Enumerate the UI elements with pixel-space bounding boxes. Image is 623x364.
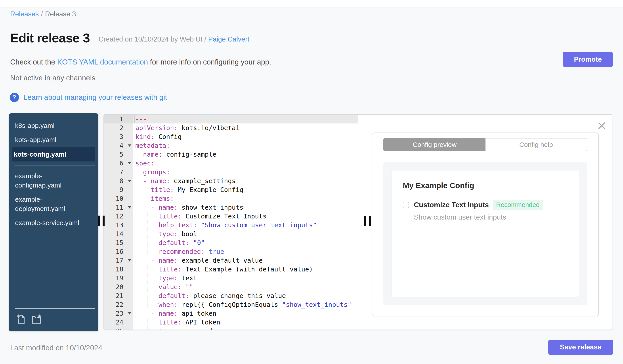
code-line-19[interactable]: 19 type: text (104, 274, 358, 283)
text-cursor (134, 115, 134, 123)
line-number: 9 (104, 185, 133, 194)
promote-button[interactable]: Promote (563, 52, 613, 67)
line-number-fold-toggle[interactable]: 11 (104, 203, 133, 212)
breadcrumb: Releases/Release 3 (10, 10, 76, 18)
line-number: 12 (104, 212, 133, 221)
code-line-21[interactable]: 21 default: please change this value (104, 291, 358, 300)
line-number: 19 (104, 274, 133, 283)
code-line-17[interactable]: 17 - name: example_default_value (104, 256, 358, 265)
git-releases-link[interactable]: Learn about managing your releases with … (23, 93, 167, 101)
code-line-12[interactable]: 12 title: Customize Text Inputs (104, 212, 358, 221)
editor-resize-handle[interactable] (364, 216, 371, 226)
code-line-text: items: (133, 194, 358, 203)
code-line-9[interactable]: 9 title: My Example Config (104, 185, 358, 194)
code-line-text: metadata: (133, 141, 358, 150)
code-line-text: --- (133, 115, 358, 123)
code-line-22[interactable]: 22 when: repl{{ ConfigOptionEquals "show… (104, 300, 358, 309)
code-line-14[interactable]: 14 type: bool (104, 229, 358, 238)
sidebar-file-k8s-app.yaml[interactable]: k8s-app.yaml (9, 119, 88, 133)
close-icon[interactable] (597, 121, 606, 130)
code-line-text: when: repl{{ ConfigOptionEquals "show_te… (133, 300, 358, 309)
code-line-8[interactable]: 8 - name: example_settings (104, 177, 358, 185)
line-number-fold-toggle[interactable]: 23 (104, 309, 133, 318)
code-line-text: value: "" (133, 283, 358, 291)
line-number: 10 (104, 194, 133, 203)
created-line: Created on 10/10/2024 by Web UI / Paige … (99, 33, 249, 43)
code-line-25[interactable]: 25 type: password (104, 327, 358, 329)
config-preview-card: Config preview Config help My Example Co… (372, 133, 599, 316)
save-release-button[interactable]: Save release (548, 340, 613, 355)
tab-config-help[interactable]: Config help (486, 139, 587, 151)
config-render-panel: My Example Config Customize Text Inputs … (383, 162, 587, 305)
doc-line: Check out the KOTS YAML documentation fo… (10, 58, 271, 66)
line-number: 5 (104, 150, 133, 159)
line-number: 16 (104, 247, 133, 256)
sidebar-file-kots-config.yaml[interactable]: kots-config.yaml (12, 147, 95, 162)
line-number: 15 (104, 238, 133, 247)
code-line-text: help_text: "Show custom user text inputs… (133, 221, 358, 229)
code-line-text: type: bool (133, 229, 358, 238)
line-number: 13 (104, 221, 133, 229)
config-group-card: My Example Config Customize Text Inputs … (392, 170, 579, 297)
config-preview-pane: Config preview Config help My Example Co… (372, 115, 612, 329)
tab-config-preview[interactable]: Config preview (383, 138, 486, 151)
breadcrumb-releases-link[interactable]: Releases (10, 10, 39, 18)
config-group-title: My Example Config (403, 181, 568, 190)
code-line-18[interactable]: 18 title: Text Example (with default val… (104, 265, 358, 274)
new-folder-icon[interactable] (31, 314, 41, 324)
code-line-text: title: Text Example (with default value) (133, 265, 358, 274)
code-line-7[interactable]: 7 groups: (104, 168, 358, 177)
code-line-1[interactable]: 1--- (104, 115, 358, 123)
sidebar-file-example-deployment.yaml[interactable]: example-deployment.yaml (9, 192, 88, 216)
line-number-fold-toggle[interactable]: 8 (104, 177, 133, 185)
line-number-fold-toggle[interactable]: 6 (104, 159, 133, 168)
line-number: 1 (104, 115, 133, 123)
code-line-text: default: "0" (133, 238, 358, 247)
code-line-text: title: API token (133, 318, 358, 327)
code-line-text: - name: example_settings (133, 177, 358, 185)
line-number: 21 (104, 291, 133, 300)
line-number-fold-toggle[interactable]: 17 (104, 256, 133, 265)
line-number: 18 (104, 265, 133, 274)
code-line-16[interactable]: 16 recommended: true (104, 247, 358, 256)
kots-yaml-doc-link[interactable]: KOTS YAML documentation (57, 58, 148, 66)
code-line-text: apiVersion: kots.io/v1beta1 (133, 123, 358, 132)
line-number-fold-toggle[interactable]: 4 (104, 141, 133, 150)
code-line-5[interactable]: 5 name: config-sample (104, 150, 358, 159)
line-number: 2 (104, 123, 133, 132)
page-title: Edit release 3 (10, 30, 90, 45)
file-list-secondary: example-configmap.yamlexample-deployment… (9, 169, 98, 230)
code-line-text: - name: api_token (133, 309, 358, 318)
sidebar-file-kots-app.yaml[interactable]: kots-app.yaml (9, 133, 88, 147)
customize-text-inputs-checkbox[interactable] (403, 202, 409, 208)
sidebar-file-example-service.yaml[interactable]: example-service.yaml (9, 216, 88, 230)
line-number: 22 (104, 300, 133, 309)
code-line-6[interactable]: 6spec: (104, 159, 358, 168)
code-line-text: spec: (133, 159, 358, 168)
new-file-icon[interactable] (16, 314, 26, 324)
code-line-10[interactable]: 10 items: (104, 194, 358, 203)
code-line-4[interactable]: 4metadata: (104, 141, 358, 150)
title-row: Edit release 3 Created on 10/10/2024 by … (10, 30, 249, 45)
file-sidebar: k8s-app.yamlkots-app.yamlkots-config.yam… (9, 113, 98, 331)
code-line-24[interactable]: 24 title: API token (104, 318, 358, 327)
git-help-row[interactable]: ? Learn about managing your releases wit… (10, 93, 167, 102)
sidebar-file-example-configmap.yaml[interactable]: example-configmap.yaml (9, 169, 88, 192)
code-line-3[interactable]: 3kind: Config (104, 132, 358, 141)
code-line-13[interactable]: 13 help_text: "Show custom user text inp… (104, 221, 358, 229)
created-author-link[interactable]: Paige Calvert (208, 35, 249, 43)
line-number: 3 (104, 132, 133, 141)
code-line-11[interactable]: 11 - name: show_text_inputs (104, 203, 358, 212)
sidebar-resize-handle[interactable] (98, 216, 105, 226)
question-circle-icon: ? (10, 93, 19, 102)
code-line-text: title: My Example Config (133, 185, 358, 194)
code-line-15[interactable]: 15 default: "0" (104, 238, 358, 247)
code-line-2[interactable]: 2apiVersion: kots.io/v1beta1 (104, 123, 358, 132)
config-item-label: Customize Text Inputs (414, 201, 489, 209)
created-text: Created on 10/10/2024 by Web UI / (99, 35, 208, 43)
code-line-text: name: config-sample (133, 150, 358, 159)
code-line-20[interactable]: 20 value: "" (104, 283, 358, 291)
yaml-code-editor[interactable]: 1---2apiVersion: kots.io/v1beta13kind: C… (104, 115, 358, 329)
code-line-text: recommended: true (133, 247, 358, 256)
code-line-23[interactable]: 23 - name: api_token (104, 309, 358, 318)
